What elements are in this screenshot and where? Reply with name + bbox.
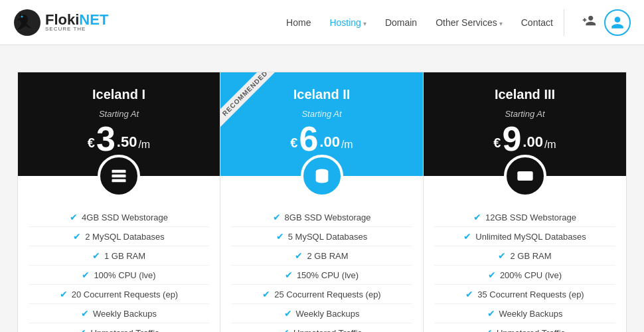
recommended-ribbon: Recommended xyxy=(220,72,300,152)
price-decimal-iceland-1: .50 xyxy=(117,133,137,151)
svg-point-0 xyxy=(14,9,40,36)
check-icon: ✔ xyxy=(273,212,281,222)
check-icon: ✔ xyxy=(498,250,506,261)
feature-text: Unmetered Traffic xyxy=(497,328,565,333)
feature-item: ✔ 200% CPU (lve) xyxy=(434,266,615,285)
nav-domain[interactable]: Domain xyxy=(385,17,417,28)
check-icon: ✔ xyxy=(60,289,68,299)
feature-item: ✔ 25 Cocurrent Requests (ep) xyxy=(231,285,412,304)
price-period-iceland-1: /m xyxy=(138,139,150,151)
feature-text: 25 Cocurrent Requests (ep) xyxy=(274,290,380,299)
price-period-iceland-3: /m xyxy=(544,139,556,151)
user-icon xyxy=(610,15,625,30)
add-user-button[interactable] xyxy=(582,13,596,31)
nav-contact[interactable]: Contact xyxy=(521,17,553,28)
price-row-iceland-1: € 3 .50 /m xyxy=(29,122,209,156)
feature-text: 2 GB RAM xyxy=(307,251,348,261)
check-icon: ✔ xyxy=(285,270,293,280)
starting-at-iceland-3: Starting At xyxy=(434,109,615,119)
pricing-card-iceland-3: Iceland III Starting At € 9 .00 /m ✔ xyxy=(424,72,627,332)
card-icon-iceland-2 xyxy=(301,155,343,197)
feature-item: ✔ 8GB SSD Webstorage xyxy=(231,208,412,227)
price-amount-iceland-2: 6 xyxy=(299,122,318,156)
check-icon: ✔ xyxy=(92,250,100,261)
pricing-section: Iceland I Starting At € 3 .50 /m ✔ xyxy=(0,45,644,332)
card-icon-iceland-3 xyxy=(504,155,546,197)
feature-item: ✔ 20 Cocurrent Requests (ep) xyxy=(29,285,209,304)
check-icon: ✔ xyxy=(73,231,81,242)
card-body-iceland-1: ✔ 4GB SSD Webstorage ✔ 2 MySQL Databases… xyxy=(18,176,220,332)
feature-list-iceland-1: ✔ 4GB SSD Webstorage ✔ 2 MySQL Databases… xyxy=(29,208,209,332)
feature-text: 20 Cocurrent Requests (ep) xyxy=(72,290,178,299)
card-title-iceland-1: Iceland I xyxy=(29,87,209,102)
feature-item: ✔ 2 GB RAM xyxy=(434,246,615,266)
feature-text: 2 MySQL Databases xyxy=(85,232,164,242)
feature-text: Weekly Backups xyxy=(93,309,157,319)
check-icon: ✔ xyxy=(262,289,270,299)
feature-item: ✔ 4GB SSD Webstorage xyxy=(29,208,209,227)
raven-icon xyxy=(13,9,41,37)
price-decimal-iceland-3: .00 xyxy=(523,133,543,151)
check-icon: ✔ xyxy=(78,327,86,332)
card-icon-iceland-1 xyxy=(98,155,140,197)
feature-text: Weekly Backups xyxy=(296,309,360,319)
feature-text: 5 MySQL Databases xyxy=(288,232,367,242)
check-icon: ✔ xyxy=(295,250,303,261)
feature-item: ✔ Unmetered Traffic xyxy=(231,323,412,332)
feature-text: 8GB SSD Webstorage xyxy=(285,212,371,222)
feature-list-iceland-3: ✔ 12GB SSD Webstorage ✔ Unlimited MySQL … xyxy=(434,208,615,332)
feature-item: ✔ Unmetered Traffic xyxy=(29,323,209,332)
feature-text: 100% CPU (lve) xyxy=(94,270,155,280)
price-decimal-iceland-2: .00 xyxy=(319,133,340,151)
svg-rect-4 xyxy=(112,175,126,178)
svg-rect-3 xyxy=(112,170,126,173)
card-body-iceland-3: ✔ 12GB SSD Webstorage ✔ Unlimited MySQL … xyxy=(424,176,626,332)
feature-text: Unlimited MySQL Databases xyxy=(475,232,586,242)
feature-item: ✔ Weekly Backups xyxy=(231,304,412,323)
hosting-dropdown-arrow: ▾ xyxy=(363,20,366,27)
nav-home[interactable]: Home xyxy=(286,17,311,28)
brand-logo[interactable]: FlokiNET SECURE THE xyxy=(13,9,108,37)
check-icon: ✔ xyxy=(82,270,90,280)
user-avatar-button[interactable] xyxy=(604,9,631,36)
other-services-dropdown-arrow: ▾ xyxy=(499,20,503,27)
feature-item: ✔ 12GB SSD Webstorage xyxy=(434,208,615,227)
price-amount-iceland-1: 3 xyxy=(96,122,116,156)
card-body-iceland-2: ✔ 8GB SSD Webstorage ✔ 5 MySQL Databases… xyxy=(220,176,423,332)
price-currency-iceland-1: € xyxy=(88,135,95,151)
card-header-iceland-3: Iceland III Starting At € 9 .00 /m xyxy=(424,72,626,176)
nav-other-services[interactable]: Other Services▾ xyxy=(436,17,503,28)
price-row-iceland-3: € 9 .00 /m xyxy=(434,122,615,156)
starting-at-iceland-1: Starting At xyxy=(29,109,209,119)
feature-item: ✔ 35 Cocurrent Requests (ep) xyxy=(434,285,615,304)
feature-item: ✔ Weekly Backups xyxy=(434,304,615,323)
price-amount-iceland-3: 9 xyxy=(502,122,521,156)
feature-item: ✔ 100% CPU (lve) xyxy=(29,266,209,285)
check-icon: ✔ xyxy=(485,327,493,332)
svg-rect-5 xyxy=(112,179,126,183)
check-icon: ✔ xyxy=(487,308,495,319)
check-icon: ✔ xyxy=(463,231,471,242)
feature-item: ✔ 1 GB RAM xyxy=(29,246,209,266)
feature-item: ✔ Weekly Backups xyxy=(29,304,209,323)
feature-item: ✔ Unmetered Traffic xyxy=(434,323,615,332)
feature-text: 35 Cocurrent Requests (ep) xyxy=(477,290,584,299)
feature-text: 2 GB RAM xyxy=(510,251,551,261)
card-header-iceland-1: Iceland I Starting At € 3 .50 /m xyxy=(18,72,220,176)
price-currency-iceland-3: € xyxy=(493,135,501,151)
price-period-iceland-2: /m xyxy=(341,139,353,151)
ribbon-text: Recommended xyxy=(220,72,280,128)
check-icon: ✔ xyxy=(465,289,473,299)
feature-text: Weekly Backups xyxy=(499,309,563,319)
feature-text: 12GB SSD Webstorage xyxy=(485,212,576,222)
navbar-divider xyxy=(564,9,564,36)
nav-hosting[interactable]: Hosting▾ xyxy=(329,17,366,28)
feature-item: ✔ 5 MySQL Databases xyxy=(231,227,412,246)
pricing-card-iceland-1: Iceland I Starting At € 3 .50 /m ✔ xyxy=(17,72,220,332)
check-icon: ✔ xyxy=(70,212,78,222)
check-icon: ✔ xyxy=(284,308,292,319)
check-icon: ✔ xyxy=(81,308,89,319)
nav-links: Home Hosting▾ Domain Other Services▾ Con… xyxy=(286,17,553,29)
feature-text: Unmetered Traffic xyxy=(293,328,362,333)
check-icon: ✔ xyxy=(473,212,481,222)
